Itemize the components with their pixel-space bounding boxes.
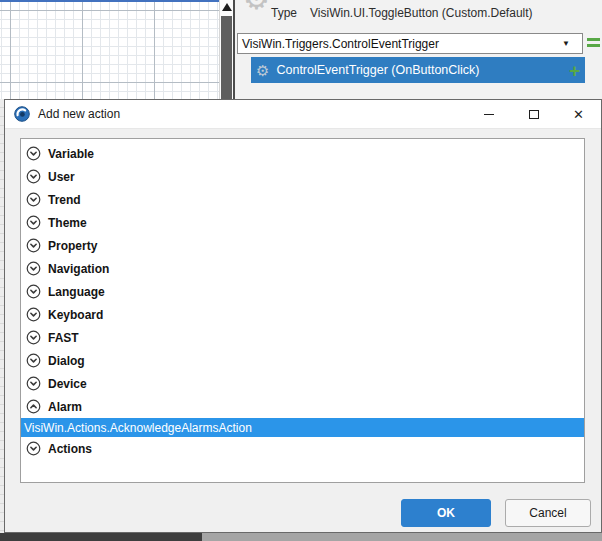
minimize-button[interactable] (466, 100, 511, 128)
visiwin-logo-icon (14, 106, 30, 122)
chevron-down-circle-icon (26, 376, 41, 391)
category-label: Dialog (48, 354, 85, 368)
category-trend[interactable]: Trend (21, 188, 584, 211)
category-theme[interactable]: Theme (21, 211, 584, 234)
chevron-down-circle-icon (26, 307, 41, 322)
scroll-up-icon[interactable] (222, 3, 232, 11)
selected-trigger-row[interactable]: ⚙ ControlEventTrigger (OnButtonClick) + … (251, 57, 585, 83)
category-label: FAST (48, 331, 79, 345)
trigger-type-combobox[interactable]: VisiWin.Triggers.ControlEventTrigger ▼ (237, 33, 583, 54)
category-label: Property (48, 239, 97, 253)
chevron-up-circle-icon (26, 399, 41, 414)
category-label: Trend (48, 193, 81, 207)
category-user[interactable]: User (21, 165, 584, 188)
category-variable[interactable]: Variable (21, 142, 584, 165)
type-label: Type (271, 6, 297, 20)
chevron-down-circle-icon (26, 215, 41, 230)
chevron-down-circle-icon (26, 284, 41, 299)
type-value: VisiWin.UI.ToggleButton (Custom.Default) (310, 6, 533, 20)
chevron-down-circle-icon (26, 238, 41, 253)
dialog-title: Add new action (38, 107, 120, 121)
chevron-down-circle-icon (26, 169, 41, 184)
action-category-list: VariableUserTrendThemePropertyNavigation… (20, 138, 585, 483)
chevron-down-circle-icon (26, 192, 41, 207)
category-navigation[interactable]: Navigation (21, 257, 584, 280)
background-bottom-strip-light (202, 533, 602, 541)
properties-panel: ⚙ Type VisiWin.UI.ToggleButton (Custom.D… (235, 0, 602, 99)
maximize-icon (529, 110, 539, 119)
category-language[interactable]: Language (21, 280, 584, 303)
cancel-button[interactable]: Cancel (505, 499, 591, 527)
gear-icon: ⚙ (243, 0, 270, 14)
chevron-down-circle-icon (26, 441, 41, 456)
combobox-value: VisiWin.Triggers.ControlEventTrigger (242, 37, 439, 51)
chevron-down-icon[interactable]: ▼ (562, 39, 570, 48)
category-label: Language (48, 285, 105, 299)
category-label: Theme (48, 216, 87, 230)
scrollbar-thumb[interactable] (221, 16, 232, 99)
category-keyboard[interactable]: Keyboard (21, 303, 584, 326)
category-actions[interactable]: Actions (21, 437, 584, 460)
minimize-icon (484, 114, 494, 115)
category-label: Device (48, 377, 87, 391)
category-property[interactable]: Property (21, 234, 584, 257)
category-label: User (48, 170, 75, 184)
category-alarm[interactable]: Alarm (21, 395, 584, 418)
design-canvas (0, 0, 219, 99)
ok-button[interactable]: OK (401, 499, 491, 527)
background-bottom-strip-dark (0, 533, 202, 541)
type-row: Type VisiWin.UI.ToggleButton (Custom.Def… (271, 6, 533, 20)
category-device[interactable]: Device (21, 372, 584, 395)
chevron-down-circle-icon (26, 353, 41, 368)
category-label: Navigation (48, 262, 109, 276)
category-label: Variable (48, 147, 94, 161)
category-dialog[interactable]: Dialog (21, 349, 584, 372)
category-label: Alarm (48, 400, 82, 414)
add-trigger-icon-partial[interactable] (587, 38, 600, 50)
add-action-icon[interactable]: + (569, 61, 580, 80)
maximize-button[interactable] (511, 100, 556, 128)
add-new-action-dialog: Add new action ✕ VariableUserTrendThemeP… (4, 99, 602, 533)
category-label: Keyboard (48, 308, 103, 322)
chevron-down-circle-icon (26, 146, 41, 161)
screen: ⚙ Type VisiWin.UI.ToggleButton (Custom.D… (0, 0, 602, 541)
trigger-row-label: ControlEventTrigger (OnButtonClick) (276, 63, 479, 77)
window-controls: ✕ (466, 100, 601, 128)
close-button[interactable]: ✕ (556, 100, 601, 128)
canvas-scrollbar[interactable] (219, 0, 233, 99)
action-item[interactable]: VisiWin.Actions.AcknowledgeAlarmsAction (21, 418, 584, 437)
dialog-titlebar: Add new action ✕ (5, 100, 601, 129)
close-icon: ✕ (573, 108, 584, 121)
category-label: Actions (48, 442, 92, 456)
category-fast[interactable]: FAST (21, 326, 584, 349)
chevron-down-circle-icon (26, 261, 41, 276)
chevron-down-circle-icon (26, 330, 41, 345)
gear-icon: ⚙ (256, 63, 269, 78)
